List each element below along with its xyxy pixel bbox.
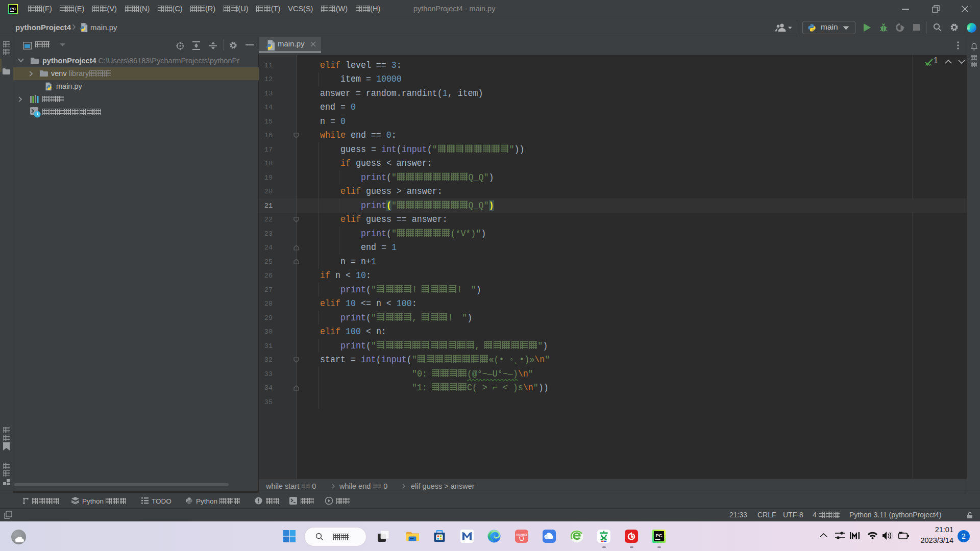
svg-text:PC: PC — [10, 7, 16, 11]
svg-text:PC: PC — [655, 533, 662, 538]
svg-text:HUAWEI: HUAWEI — [516, 533, 527, 536]
